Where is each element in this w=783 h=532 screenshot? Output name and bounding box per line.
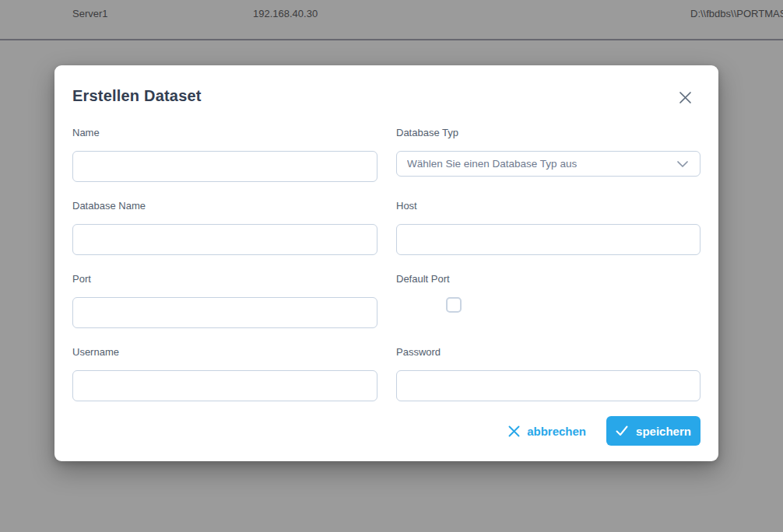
username-label: Username bbox=[72, 346, 377, 359]
host-input[interactable] bbox=[396, 224, 700, 255]
field-password: Password bbox=[396, 346, 700, 401]
default-port-checkbox[interactable] bbox=[446, 297, 462, 313]
background-table-row: Server1 192.168.40.30 D:\\fbdbs\\PORTMAS… bbox=[0, 0, 783, 40]
server-name-cell: Server1 bbox=[72, 8, 108, 19]
name-label: Name bbox=[72, 127, 377, 139]
db-path-cell: D:\\fbdbs\\PORTMAST bbox=[690, 8, 783, 19]
save-button-label: speichern bbox=[636, 425, 691, 438]
dialog-title: Erstellen Dataset bbox=[72, 87, 202, 104]
save-button[interactable]: speichern bbox=[606, 416, 700, 446]
database-name-input[interactable] bbox=[72, 224, 377, 255]
dialog-footer: abbrechen speichern bbox=[72, 416, 700, 446]
ip-address-cell: 192.168.40.30 bbox=[253, 8, 318, 19]
port-input[interactable] bbox=[72, 297, 377, 328]
chevron-down-icon bbox=[676, 157, 690, 171]
field-name: Name bbox=[72, 127, 377, 182]
close-button[interactable] bbox=[676, 89, 693, 106]
dialog-form: Name Database Typ Wählen Sie einen Datab… bbox=[72, 127, 700, 401]
port-label: Port bbox=[72, 273, 377, 285]
create-dataset-dialog: Erstellen Dataset Name Database Typ Wähl… bbox=[54, 65, 718, 461]
close-icon bbox=[679, 91, 692, 104]
host-label: Host bbox=[396, 200, 700, 212]
password-label: Password bbox=[396, 346, 700, 359]
field-username: Username bbox=[72, 346, 377, 401]
check-icon bbox=[616, 425, 628, 436]
field-database-name: Database Name bbox=[72, 200, 377, 255]
default-port-label: Default Port bbox=[396, 273, 700, 285]
field-default-port: Default Port bbox=[396, 273, 700, 328]
database-typ-placeholder: Wählen Sie einen Database Typ aus bbox=[407, 158, 577, 170]
database-name-label: Database Name bbox=[72, 200, 377, 212]
name-input[interactable] bbox=[72, 151, 377, 182]
cancel-x-icon bbox=[508, 425, 520, 437]
table-row-divider bbox=[0, 39, 783, 40]
field-database-typ: Database Typ Wählen Sie einen Database T… bbox=[396, 127, 700, 182]
username-input[interactable] bbox=[72, 370, 377, 401]
field-port: Port bbox=[72, 273, 377, 328]
password-input[interactable] bbox=[396, 370, 700, 401]
database-typ-select[interactable]: Wählen Sie einen Database Typ aus bbox=[396, 151, 700, 177]
field-host: Host bbox=[396, 200, 700, 255]
cancel-button-label: abbrechen bbox=[527, 425, 586, 438]
dialog-header: Erstellen Dataset bbox=[72, 87, 700, 106]
cancel-button[interactable]: abbrechen bbox=[505, 420, 589, 443]
database-typ-label: Database Typ bbox=[396, 127, 700, 139]
